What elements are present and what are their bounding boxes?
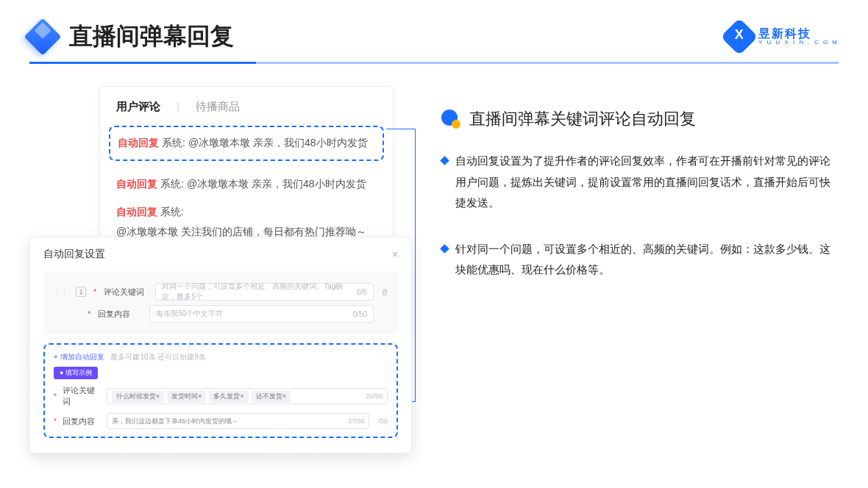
add-auto-reply-link[interactable]: + 增加自动回复 xyxy=(54,353,104,361)
diamond-icon xyxy=(440,244,449,254)
comment-system-label: 系统: xyxy=(160,204,184,221)
keyword-tag[interactable]: 多久发货× xyxy=(209,390,248,403)
keyword-input[interactable]: 对同一个问题，可设置多个相近、高频的关键词。Tag确定，最多5个 0/5 xyxy=(155,283,374,301)
ex-content-input[interactable]: 亲，我们这边都是下单48小时内发货的哦～ 37/50 xyxy=(107,413,370,429)
right-heading: 直播间弹幕关键词评论自动回复 xyxy=(469,108,696,130)
required-marker: * xyxy=(54,392,57,401)
right-heading-row: 直播间弹幕关键词评论自动回复 xyxy=(441,108,839,130)
comment-tabs: 用户评论 | 待播商品 xyxy=(116,100,377,117)
modal-title: 自动回复设置 xyxy=(43,248,105,261)
brand-logo: 昱新科技 Y U U X I N . C O M xyxy=(726,24,839,50)
label-content: 回复内容 xyxy=(98,309,142,320)
required-marker: * xyxy=(93,287,96,296)
keyword-tag[interactable]: 发货时间× xyxy=(167,390,206,403)
comment-system-label: 系统: xyxy=(162,134,185,152)
close-icon[interactable]: × xyxy=(392,248,398,260)
diamond-icon xyxy=(440,156,449,165)
tab-separator: | xyxy=(177,100,179,117)
brand-name-en: Y U U X I N . C O M xyxy=(758,40,839,46)
keyword-tag[interactable]: 什么时候发货× xyxy=(112,390,164,403)
form-row-content: * 回复内容 每条限50个中文字符 0/50 xyxy=(52,305,389,323)
page-title: 直播间弹幕回复 xyxy=(69,21,234,53)
keyword-placeholder: 对同一个问题，可设置多个相近、高频的关键词。Tag确定，最多5个 xyxy=(162,281,357,302)
feature-bullets: 自动回复设置为了提升作者的评论回复效率，作者可在开播前针对常见的评论用户问题，提… xyxy=(441,151,839,281)
rule-index: 1 xyxy=(76,287,86,297)
add-hint: 最多可建10条 还可以创建9条 xyxy=(110,353,205,361)
label-keyword: 评论关键词 xyxy=(104,287,148,298)
comment-system-label: 系统: xyxy=(160,176,184,193)
bullet-item: 针对同一个问题，可设置多个相近的、高频的关键词。例如：这款多少钱、这块能优惠吗、… xyxy=(441,239,839,281)
example-pill: ● 填写示例 xyxy=(54,367,98,379)
auto-reply-badge: 自动回复 xyxy=(116,176,157,193)
comment-row: 自动回复 系统: @冰墩墩本墩 亲亲，我们48小时内发货 xyxy=(116,176,377,193)
auto-reply-badge: 自动回复 xyxy=(116,204,157,221)
modal-header: 自动回复设置 × xyxy=(43,248,398,261)
header-divider xyxy=(29,62,839,64)
ex-content-count: 37/50 xyxy=(348,417,365,425)
content-area: 用户评论 | 待播商品 自动回复 系统: @冰墩墩本墩 亲亲，我们48小时内发货… xyxy=(0,71,868,453)
page-header: 直播间弹幕回复 昱新科技 Y U U X I N . C O M xyxy=(0,0,868,62)
content-input[interactable]: 每条限50个中文字符 0/50 xyxy=(149,305,374,323)
cube-icon xyxy=(24,18,62,56)
auto-reply-badge: 自动回复 xyxy=(118,134,159,152)
example-keyword-row: * 评论关键词 什么时候发货× 发货时间× 多久发货× 还不发货× 20/50 xyxy=(54,385,388,407)
comment-row-highlighted: 自动回复 系统: @冰墩墩本墩 亲亲，我们48小时内发货 xyxy=(109,126,384,161)
content-count: 0/50 xyxy=(353,310,367,318)
form-row-keyword: ⋮⋮ 1 * 评论关键词 对同一个问题，可设置多个相近、高频的关键词。Tag确定… xyxy=(52,283,389,301)
required-marker: * xyxy=(54,417,57,426)
comment-panel: 用户评论 | 待播商品 自动回复 系统: @冰墩墩本墩 亲亲，我们48小时内发货… xyxy=(99,86,394,255)
bullet-item: 自动回复设置为了提升作者的评论回复效率，作者可在开播前针对常见的评论用户问题，提… xyxy=(441,151,839,214)
keyword-tag[interactable]: 还不发货× xyxy=(252,390,291,403)
bullet-text: 自动回复设置为了提升作者的评论回复效率，作者可在开播前针对常见的评论用户问题，提… xyxy=(455,151,839,214)
ex-keyword-input[interactable]: 什么时候发货× 发货时间× 多久发货× 还不发货× 20/50 xyxy=(107,388,388,404)
header-left: 直播间弹幕回复 xyxy=(29,21,234,53)
comment-list: 自动回复 系统: @冰墩墩本墩 亲亲，我们48小时内发货 自动回复 系统: @冰… xyxy=(116,130,377,241)
required-marker: * xyxy=(88,309,90,318)
keyword-count: 0/5 xyxy=(357,288,367,296)
content-placeholder: 每条限50个中文字符 xyxy=(156,309,223,319)
comment-text: @冰墩墩本墩 亲亲，我们48小时内发货 xyxy=(187,176,366,193)
ex-content-value: 亲，我们这边都是下单48小时内发货的哦～ xyxy=(112,417,238,426)
left-illustration: 用户评论 | 待播商品 自动回复 系统: @冰墩墩本墩 亲亲，我们48小时内发货… xyxy=(29,86,412,453)
trailing-count: /50 xyxy=(378,417,388,425)
drag-handle-icon[interactable]: ⋮⋮ xyxy=(52,287,68,297)
example-block: + 增加自动回复 最多可建10条 还可以创建9条 ● 填写示例 * 评论关键词 … xyxy=(43,343,398,438)
ex-keyword-count: 20/50 xyxy=(366,392,383,400)
delete-icon[interactable]: 🗑 xyxy=(381,287,389,296)
brand-name-cn: 昱新科技 xyxy=(758,27,839,40)
form-block: ⋮⋮ 1 * 评论关键词 对同一个问题，可设置多个相近、高频的关键词。Tag确定… xyxy=(43,271,398,334)
example-content-row: * 回复内容 亲，我们这边都是下单48小时内发货的哦～ 37/50 /50 xyxy=(54,413,388,429)
right-column: 直播间弹幕关键词评论自动回复 自动回复设置为了提升作者的评论回复效率，作者可在开… xyxy=(441,86,839,453)
comment-row: 自动回复 系统: @冰墩墩本墩 关注我们的店铺，每日都有热门推荐呦～ xyxy=(116,204,377,242)
tab-pending-goods[interactable]: 待播商品 xyxy=(196,100,240,117)
ex-label-keyword: 评论关键词 xyxy=(63,385,101,407)
bullet-text: 针对同一个问题，可设置多个相近的、高频的关键词。例如：这款多少钱、这块能优惠吗、… xyxy=(455,239,839,281)
tab-user-comments[interactable]: 用户评论 xyxy=(116,100,160,117)
brand-mark-icon xyxy=(721,18,758,56)
add-rule-row: + 增加自动回复 最多可建10条 还可以创建9条 xyxy=(54,352,388,362)
comment-text: @冰墩墩本墩 亲亲，我们48小时内发货 xyxy=(188,134,368,152)
bullet-dot-icon xyxy=(441,110,460,129)
ex-label-content: 回复内容 xyxy=(63,416,101,427)
auto-reply-settings-modal: 自动回复设置 × ⋮⋮ 1 * 评论关键词 对同一个问题，可设置多个相近、高频的… xyxy=(29,237,412,453)
brand-text: 昱新科技 Y U U X I N . C O M xyxy=(758,27,839,46)
